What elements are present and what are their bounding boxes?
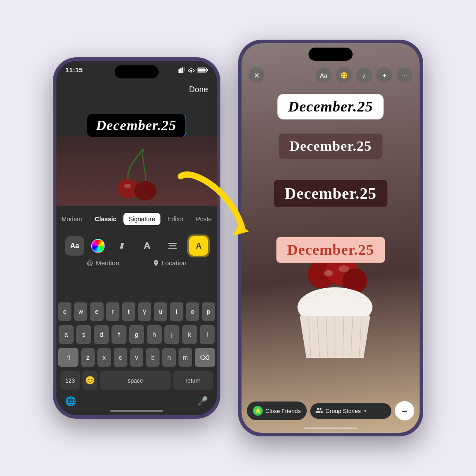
key-d[interactable]: d [94,325,109,344]
background-color-button[interactable]: A [189,236,208,256]
overlay-1-text: December.25 [288,98,373,115]
svg-point-10 [124,184,131,188]
keyboard[interactable]: q w e r t y u i o p a s d [56,299,217,415]
key-space[interactable]: space [100,371,171,390]
font-tab-signature[interactable]: Signature [123,213,160,225]
svg-point-18 [324,270,333,276]
sticker-tool-button[interactable]: 😊 [336,67,352,83]
group-stories-label: Group Stories [325,408,361,414]
key-s[interactable]: s [76,325,91,344]
key-v[interactable]: v [130,348,144,367]
keyboard-row-3: ⇧ z x c v b n m ⌫ [58,348,215,367]
key-r[interactable]: r [106,302,119,321]
right-phone: 11:20 ✕ Aa 😊 ♪ ✦ ··· [238,40,423,436]
more-options-button[interactable]: ··· [397,67,413,83]
mention-label: Mention [96,259,119,267]
keyboard-row-4: 123 😊 space return [58,371,215,390]
font-tab-poster[interactable]: Poste [191,213,217,225]
key-u[interactable]: u [154,302,167,321]
font-size-button[interactable]: Aa [65,236,84,256]
svg-rect-0 [178,69,180,73]
svg-point-19 [338,265,349,272]
key-q[interactable]: q [58,302,71,321]
key-delete[interactable]: ⌫ [195,348,215,367]
key-n[interactable]: n [162,348,176,367]
key-z[interactable]: z [81,348,95,367]
location-button[interactable]: Location [153,259,186,267]
text-overlay-4[interactable]: December.25 [276,237,385,263]
key-f[interactable]: f [112,325,126,344]
key-i[interactable]: i [170,302,183,321]
key-h[interactable]: h [147,325,162,344]
key-a[interactable]: a [59,325,74,344]
svg-rect-1 [180,68,182,73]
location-label: Location [161,259,186,267]
key-numbers[interactable]: 123 [60,371,80,390]
overlay-3-text: December.25 [285,185,377,202]
font-tab-modern[interactable]: Modern [56,213,88,225]
svg-rect-11 [168,243,177,244]
dynamic-island [115,65,159,78]
done-button[interactable]: Done [189,85,208,94]
key-b[interactable]: b [146,348,160,367]
close-story-button[interactable]: ✕ [249,67,264,83]
text-tool-button[interactable]: Aa [316,67,331,83]
key-e[interactable]: e [90,302,103,321]
overlay-4-text: December.25 [287,242,374,258]
text-input-area[interactable]: December.25 [87,114,186,137]
key-x[interactable]: x [97,348,111,367]
left-status-icons [178,67,208,73]
keyboard-row-1: q w e r t y u i o p [58,302,215,321]
key-j[interactable]: j [164,325,179,344]
left-phone: 11:15 Done December.25 [53,57,220,419]
text-overlay-1[interactable]: December.25 [277,94,383,119]
key-l[interactable]: l [200,325,215,344]
font-tab-editor[interactable]: Editor [162,213,189,225]
group-stories-button[interactable]: Group Stories ▾ [310,403,391,419]
key-k[interactable]: k [182,325,197,344]
next-button[interactable]: → [395,401,414,420]
key-m[interactable]: m [178,348,192,367]
overlay-2-text: December.25 [290,138,372,154]
key-o[interactable]: o [186,302,199,321]
close-friends-button[interactable]: ⭐ Close Friends [247,402,307,420]
toolbar-row: Aa /// A [56,233,217,259]
color-picker-button[interactable] [91,239,105,253]
align-button[interactable] [164,236,182,256]
mention-button[interactable]: @ Mention [87,259,119,267]
text-input-label: December.25 [96,117,177,133]
key-w[interactable]: w [74,302,87,321]
text-overlay-2[interactable]: December.25 [279,134,383,159]
chevron-down-icon[interactable]: ▾ [364,408,367,414]
keyboard-row-2: a s d f g h j k l [58,325,215,344]
scene: 11:15 Done December.25 [0,0,476,476]
key-p[interactable]: p [202,302,215,321]
key-g[interactable]: g [129,325,144,344]
key-emoji[interactable]: 😊 [82,371,97,390]
green-star-icon: ⭐ [253,406,263,416]
story-toolbar: ✕ Aa 😊 ♪ ✦ ··· [242,67,420,83]
svg-rect-3 [184,67,185,71]
alignment-slashes-button[interactable]: /// [112,236,130,256]
svg-point-9 [134,181,156,201]
key-return[interactable]: return [173,371,213,390]
key-t[interactable]: t [122,302,135,321]
mic-icon[interactable]: 🎤 [197,396,208,406]
close-friends-label: Close Friends [265,408,301,414]
story-tool-buttons: Aa 😊 ♪ ✦ ··· [316,67,413,83]
cherry-background [56,136,217,206]
right-dynamic-island [309,48,353,61]
mention-location-row: @ Mention Location [56,259,217,267]
text-style-button[interactable]: A [138,236,156,256]
music-tool-button[interactable]: ♪ [356,67,372,83]
svg-rect-6 [198,68,206,71]
text-overlay-3[interactable]: December.25 [274,180,387,207]
font-tab-classic[interactable]: Classic [89,213,122,225]
globe-icon[interactable]: 🌐 [65,396,76,406]
svg-rect-13 [168,248,177,249]
svg-rect-2 [182,67,183,73]
key-y[interactable]: y [138,302,151,321]
key-c[interactable]: c [114,348,127,367]
effects-tool-button[interactable]: ✦ [376,67,392,83]
key-shift[interactable]: ⇧ [58,348,78,367]
